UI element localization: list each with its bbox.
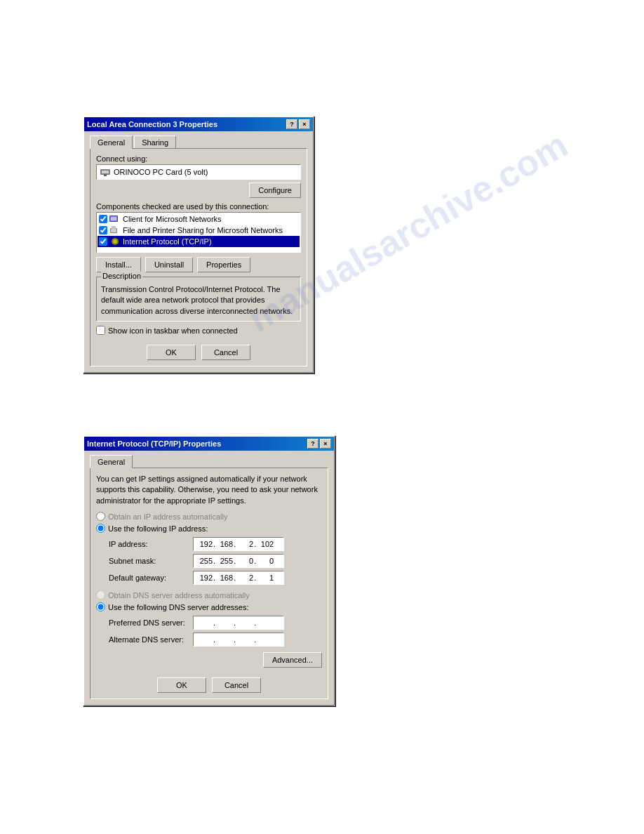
ip-c[interactable]	[236, 540, 253, 548]
list-item: Internet Protocol (TCP/IP)	[98, 236, 300, 247]
ip-address-row: IP address: . . .	[109, 537, 322, 551]
printer-icon	[109, 225, 121, 235]
dialog1-cancel-button[interactable]: Cancel	[201, 345, 250, 360]
tcpip-icon	[109, 237, 121, 246]
dialog2-tab-content: You can get IP settings assigned automat…	[90, 468, 328, 699]
dialog2-tab-bar: General	[90, 455, 328, 468]
dialog2-bottom-buttons: OK Cancel	[96, 673, 322, 693]
use-following-dns-radio-item: Use the following DNS server addresses:	[96, 602, 322, 611]
description-box: Description Transmission Control Protoco…	[96, 277, 301, 322]
ip-address-field: . . .	[193, 537, 284, 551]
components-btn-row: Install... Uninstall Properties	[96, 257, 301, 272]
dialog1-close-btn[interactable]: ×	[299, 119, 310, 129]
preferred-dns-field: . . .	[193, 616, 284, 630]
gw-a[interactable]	[196, 574, 213, 582]
adapter-name: ORINOCO PC Card (5 volt)	[114, 168, 208, 176]
dialog1: Local Area Connection 3 Properties ? × G…	[83, 116, 314, 373]
adns-b[interactable]	[216, 635, 233, 644]
use-following-dns-radio[interactable]	[96, 602, 105, 611]
dialog2-close-btn[interactable]: ×	[320, 439, 331, 449]
adns-c[interactable]	[236, 635, 253, 644]
properties-button[interactable]: Properties	[197, 257, 250, 272]
dialog1-title: Local Area Connection 3 Properties	[87, 120, 217, 128]
ip-b[interactable]	[216, 540, 233, 548]
preferred-dns-label: Preferred DNS server:	[109, 618, 193, 627]
dialog2-titlebar-buttons: ? ×	[307, 439, 331, 449]
dns-fields-group: Preferred DNS server: . . . Alternate DN…	[96, 616, 322, 647]
uninstall-button[interactable]: Uninstall	[145, 257, 193, 272]
client-icon	[109, 214, 121, 224]
list-item: File and Printer Sharing for Microsoft N…	[98, 225, 300, 236]
dialog1-titlebar-buttons: ? ×	[286, 119, 310, 129]
ip-radio-group: Obtain an IP address automatically Use t…	[96, 512, 322, 533]
use-following-radio[interactable]	[96, 524, 105, 533]
svg-rect-2	[104, 174, 107, 176]
tab2-general[interactable]: General	[90, 455, 133, 468]
default-gateway-label: Default gateway:	[109, 574, 193, 582]
tab2-general-label: General	[98, 458, 125, 466]
connect-using-label: Connect using:	[96, 154, 301, 163]
dialog1-help-btn[interactable]: ?	[286, 119, 297, 129]
intro-text: You can get IP settings assigned automat…	[96, 474, 322, 506]
gw-c[interactable]	[236, 574, 253, 582]
use-following-radio-item: Use the following IP address:	[96, 524, 322, 533]
dialog1-tab-bar: General Sharing	[90, 135, 307, 148]
dns-radio-group: Obtain DNS server address automatically …	[96, 590, 322, 611]
dialog2-titlebar[interactable]: Internet Protocol (TCP/IP) Properties ? …	[84, 437, 334, 451]
gw-b[interactable]	[216, 574, 233, 582]
subnet-mask-field: . . .	[193, 554, 284, 568]
list-item: Client for Microsoft Networks	[98, 213, 300, 225]
alternate-dns-row: Alternate DNS server: . . .	[109, 633, 322, 647]
components-listbox[interactable]: Client for Microsoft Networks File and P…	[96, 212, 301, 253]
show-icon-row: Show icon in taskbar when connected	[96, 326, 301, 335]
subnet-b[interactable]	[216, 557, 233, 565]
tab-sharing-label: Sharing	[142, 138, 168, 147]
ip-address-label: IP address:	[109, 540, 193, 548]
adns-a[interactable]	[196, 635, 213, 644]
component-2-checkbox[interactable]	[99, 226, 107, 234]
description-title: Description	[101, 272, 142, 280]
subnet-mask-label: Subnet mask:	[109, 557, 193, 565]
subnet-a[interactable]	[196, 557, 213, 565]
pdns-b[interactable]	[216, 618, 233, 627]
use-following-label: Use the following IP address:	[108, 524, 208, 533]
default-gateway-row: Default gateway: . . .	[109, 571, 322, 585]
pdns-a[interactable]	[196, 618, 213, 627]
ip-a[interactable]	[196, 540, 213, 548]
adns-d[interactable]	[257, 635, 274, 644]
obtain-dns-auto-radio[interactable]	[96, 590, 105, 600]
dialog1-ok-button[interactable]: OK	[147, 345, 196, 360]
dialog2-ok-button[interactable]: OK	[157, 677, 206, 693]
dialog2: Internet Protocol (TCP/IP) Properties ? …	[83, 435, 335, 706]
svg-rect-1	[102, 171, 109, 173]
obtain-auto-radio-item: Obtain an IP address automatically	[96, 512, 322, 521]
dialog1-tab-content: Connect using: ORINOCO PC Card (5 volt) …	[90, 148, 307, 366]
obtain-auto-radio[interactable]	[96, 512, 105, 521]
dialog2-help-btn[interactable]: ?	[307, 439, 318, 449]
component-1-checkbox[interactable]	[99, 215, 107, 223]
dialog1-titlebar[interactable]: Local Area Connection 3 Properties ? ×	[84, 117, 313, 131]
tab-sharing[interactable]: Sharing	[134, 135, 176, 148]
svg-rect-5	[111, 217, 116, 220]
ip-d[interactable]	[257, 540, 274, 548]
components-label: Components checked are used by this conn…	[96, 202, 301, 211]
subnet-c[interactable]	[236, 557, 253, 565]
obtain-dns-auto-label: Obtain DNS server address automatically	[108, 591, 250, 600]
configure-button[interactable]: Configure	[249, 183, 301, 198]
subnet-d[interactable]	[257, 557, 274, 565]
dialog1-content: General Sharing Connect using: ORINOCO P…	[84, 131, 313, 372]
obtain-auto-label: Obtain an IP address automatically	[108, 512, 227, 521]
show-icon-checkbox[interactable]	[96, 326, 105, 335]
gw-d[interactable]	[257, 574, 274, 582]
tab-general[interactable]: General	[90, 135, 133, 149]
dialog1-bottom-buttons: OK Cancel	[96, 340, 301, 360]
install-button[interactable]: Install...	[96, 257, 141, 272]
default-gateway-field: . . .	[193, 571, 284, 585]
advanced-button[interactable]: Advanced...	[263, 652, 322, 668]
alternate-dns-label: Alternate DNS server:	[109, 635, 193, 644]
dialog2-cancel-button[interactable]: Cancel	[212, 677, 261, 693]
component-3-checkbox[interactable]	[99, 237, 107, 246]
pdns-d[interactable]	[257, 618, 274, 627]
svg-rect-7	[111, 229, 116, 232]
pdns-c[interactable]	[236, 618, 253, 627]
